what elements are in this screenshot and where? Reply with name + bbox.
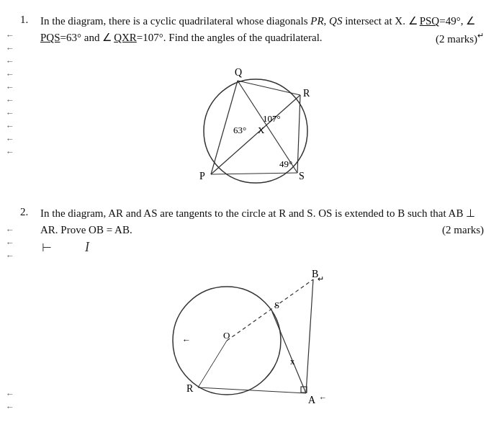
q1-left-arrows: ← ← ← ← ← ← ← ← ← ← — [6, 29, 14, 158]
q2-diagram: ← B S O R A x ↵ ← — [20, 258, 484, 409]
q2-return-a: ← — [319, 393, 327, 402]
bottom-left-arrows: ← ← — [6, 387, 14, 413]
q1-qs: QS — [329, 15, 342, 27]
arrow-6: ← — [6, 94, 14, 107]
q2-svg: ← B S O R A x ↵ ← — [155, 258, 349, 409]
question-2: 2. In the diagram, AR and AS are tangent… — [20, 205, 484, 239]
q1-angle-63: 63° — [233, 125, 246, 135]
cursor-i-symbol: I — [85, 240, 89, 255]
cursor-l-symbol: ⊢ — [42, 241, 52, 254]
arrow-2: ← — [6, 42, 14, 55]
svg-line-4 — [297, 95, 300, 173]
q2-text: In the diagram, AR and AS are tangents t… — [40, 205, 484, 239]
arrow-5: ← — [6, 81, 14, 94]
arrow-1: ← — [6, 29, 14, 42]
q1-angle-49: 49° — [279, 158, 292, 169]
q1-label-s: S — [299, 171, 305, 181]
q2-cursors: ⊢ I — [42, 240, 484, 255]
q2-label-r: R — [186, 383, 194, 394]
arrow-q2-3: ← — [6, 249, 14, 262]
arrow-9: ← — [6, 133, 14, 145]
q1-svg: Q R S P X 107° 63° 49° — [169, 55, 335, 192]
q1-angle3: QXR — [114, 32, 137, 43]
q1-text: In the diagram, there is a cyclic quadri… — [40, 13, 484, 48]
q2-arrow-left: ← — [182, 335, 191, 345]
q1-diagram: Q R S P X 107° 63° 49° — [20, 55, 484, 192]
arrow-bot-2: ← — [6, 400, 14, 413]
arrow-7: ← — [6, 107, 14, 120]
q1-number: 1. — [20, 13, 40, 26]
q2-label-x: x — [290, 356, 294, 367]
arrow-10: ← — [6, 145, 14, 158]
q1-angle2: PQS — [40, 32, 60, 43]
q1-angle1: PSQ — [420, 15, 440, 27]
q2-label-a: A — [308, 395, 316, 405]
svg-line-12 — [198, 341, 227, 387]
q1-label-x: X — [258, 125, 265, 135]
q1-marks: (2 marks)↵ — [436, 30, 484, 48]
q1-label-p: P — [199, 171, 205, 181]
q2-left-arrows: ← ← ← — [6, 223, 14, 262]
q2-label-o: O — [223, 330, 230, 341]
arrow-4: ← — [6, 68, 14, 81]
arrow-bot-1: ← — [6, 387, 14, 400]
q1-label-r: R — [303, 88, 310, 99]
q2-return-b: ↵ — [318, 274, 324, 283]
arrow-3: ← — [6, 55, 14, 68]
q1-pr: PR — [310, 15, 323, 27]
q2-number: 2. — [20, 205, 40, 218]
q2-label-s: S — [274, 300, 279, 310]
q1-label-q: Q — [235, 67, 242, 78]
page: 1. In the diagram, there is a cyclic qua… — [0, 0, 504, 429]
arrow-q2-2: ← — [6, 236, 14, 249]
svg-line-11 — [306, 279, 313, 393]
q2-marks: (2 marks) — [442, 222, 484, 238]
svg-line-3 — [238, 81, 300, 95]
arrow-q2-1: ← — [6, 223, 14, 236]
svg-line-9 — [272, 312, 306, 393]
q1-angle-107: 107° — [263, 113, 281, 124]
question-1: 1. In the diagram, there is a cyclic qua… — [20, 13, 484, 48]
arrow-8: ← — [6, 120, 14, 133]
